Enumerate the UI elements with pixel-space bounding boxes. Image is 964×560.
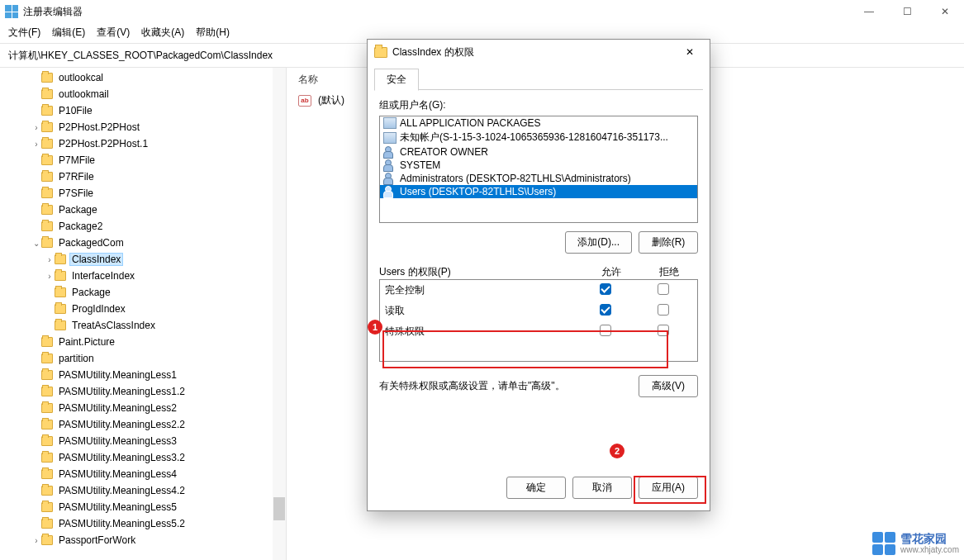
tree-item[interactable]: PASMUtility.MeaningLess1 — [5, 367, 286, 383]
tree-item[interactable]: PASMUtility.MeaningLess3 — [5, 433, 286, 449]
tree-item-label: PASMUtility.MeaningLess4.2 — [56, 484, 188, 497]
folder-icon — [55, 304, 66, 314]
tree-item[interactable]: Package — [5, 202, 286, 218]
menu-file[interactable]: 文件(F) — [8, 26, 40, 40]
folder-icon — [41, 486, 53, 496]
chevron-icon[interactable]: › — [31, 140, 41, 149]
folder-icon — [41, 89, 53, 99]
users-list[interactable]: ALL APPLICATION PACKAGES未知帐户(S-1-15-3-10… — [379, 116, 698, 223]
permission-row: 读取 — [380, 301, 697, 321]
user-list-item[interactable]: ALL APPLICATION PACKAGES — [380, 116, 697, 130]
tree-item-label: PASMUtility.MeaningLess3 — [56, 434, 179, 448]
user-list-item[interactable]: Users (DESKTOP-82TLHLS\Users) — [380, 185, 697, 198]
tree-item[interactable]: TreatAsClassIndex — [5, 317, 286, 334]
folder-icon — [41, 106, 53, 116]
tree-item[interactable]: partition — [5, 350, 286, 367]
menu-help[interactable]: 帮助(H) — [196, 26, 230, 40]
tree-item[interactable]: PASMUtility.MeaningLess5.2 — [5, 515, 286, 532]
tree-pane[interactable]: outlookcaloutlookmailP10File›P2PHost.P2P… — [0, 68, 287, 560]
tree-item[interactable]: ›InterfaceIndex — [5, 268, 286, 284]
tree-item[interactable]: P7RFile — [5, 168, 286, 185]
address-text: 计算机\HKEY_CLASSES_ROOT\PackagedCom\ClassI… — [8, 50, 273, 61]
advanced-button[interactable]: 高级(V) — [639, 375, 698, 397]
folder-icon — [41, 519, 53, 529]
folder-icon — [41, 387, 53, 396]
chevron-icon[interactable]: › — [31, 123, 41, 132]
tree-item[interactable]: outlookmail — [5, 86, 286, 102]
dialog-close-button[interactable]: ✕ — [673, 46, 706, 58]
cancel-button[interactable]: 取消 — [572, 477, 632, 499]
allow-checkbox[interactable] — [600, 283, 611, 295]
tree-item[interactable]: PASMUtility.MeaningLess3.2 — [5, 449, 286, 466]
user-list-item[interactable]: SYSTEM — [380, 159, 697, 172]
app-icon — [5, 5, 18, 18]
chevron-icon[interactable]: › — [45, 255, 55, 264]
tree-item[interactable]: ⌄PackagedCom — [5, 235, 286, 251]
folder-icon — [41, 436, 53, 446]
tab-security[interactable]: 安全 — [374, 69, 419, 91]
annotation-2: 2 — [610, 444, 624, 458]
tree-item-label: Package2 — [56, 220, 105, 233]
user-list-item[interactable]: CREATOR OWNER — [380, 145, 697, 159]
folder-icon — [41, 73, 53, 83]
tree-item[interactable]: P7SFile — [5, 185, 286, 202]
chevron-icon[interactable]: › — [45, 272, 55, 281]
tree-item-label: PASMUtility.MeaningLess2.2 — [56, 418, 188, 431]
tree-item[interactable]: ›PassportForWork — [5, 532, 286, 548]
package-icon — [383, 117, 397, 129]
tree-item[interactable]: PASMUtility.MeaningLess1.2 — [5, 383, 286, 400]
tree-item-label: PASMUtility.MeaningLess5.2 — [56, 517, 188, 530]
tree-item[interactable]: ›P2PHost.P2PHost.1 — [5, 135, 286, 152]
watermark: 雪花家园 www.xhjaty.com — [872, 532, 959, 555]
tree-item[interactable]: Package2 — [5, 218, 286, 235]
deny-checkbox[interactable] — [658, 304, 669, 316]
tree-item[interactable]: PASMUtility.MeaningLess2 — [5, 400, 286, 416]
scrollbar[interactable] — [273, 68, 286, 560]
tree-item[interactable]: ›ClassIndex — [5, 251, 286, 268]
tree-item-label: partition — [56, 352, 97, 365]
menu-view[interactable]: 查看(V) — [97, 26, 130, 40]
tree-item[interactable]: PASMUtility.MeaningLess4.2 — [5, 482, 286, 499]
user-icon — [383, 173, 397, 184]
folder-icon — [41, 502, 53, 512]
remove-button[interactable]: 删除(R) — [639, 231, 698, 254]
deny-checkbox[interactable] — [658, 283, 669, 295]
tree-item[interactable]: PASMUtility.MeaningLess4 — [5, 466, 286, 482]
allow-checkbox[interactable] — [600, 304, 611, 316]
tree-item-label: Package — [56, 203, 100, 216]
watermark-name: 雪花家园 — [900, 533, 959, 545]
window-title: 注册表编辑器 — [23, 5, 83, 19]
tree-item[interactable]: PASMUtility.MeaningLess2.2 — [5, 416, 286, 433]
tree-item[interactable]: P7MFile — [5, 152, 286, 168]
tree-item[interactable]: P10File — [5, 102, 286, 119]
menu-favorites[interactable]: 收藏夹(A) — [141, 26, 184, 40]
ok-button[interactable]: 确定 — [506, 477, 566, 499]
maximize-button[interactable]: ☐ — [888, 0, 926, 23]
user-label: ALL APPLICATION PACKAGES — [400, 117, 541, 129]
tree-item-label: outlookcal — [56, 71, 106, 84]
tree-item[interactable]: ProgIdIndex — [5, 301, 286, 317]
tree-item[interactable]: PASMUtility.MeaningLess5 — [5, 499, 286, 515]
user-list-item[interactable]: 未知帐户(S-1-15-3-1024-1065365936-1281604716… — [380, 130, 697, 145]
add-button[interactable]: 添加(D)... — [565, 231, 632, 254]
tree-item-label: PASMUtility.MeaningLess2 — [56, 401, 179, 415]
chevron-icon[interactable]: ⌄ — [31, 239, 41, 248]
close-button[interactable]: ✕ — [926, 0, 964, 23]
tree-item[interactable]: ›P2PHost.P2PHost — [5, 119, 286, 135]
value-name: (默认) — [318, 93, 344, 107]
folder-icon — [41, 535, 53, 545]
group-or-users-label: 组或用户名(G): — [379, 98, 698, 112]
minimize-button[interactable]: — — [850, 0, 888, 23]
watermark-url: www.xhjaty.com — [900, 545, 959, 554]
folder-icon — [55, 254, 66, 264]
chevron-icon[interactable]: › — [31, 536, 41, 545]
user-list-item[interactable]: Administrators (DESKTOP-82TLHLS\Administ… — [380, 172, 697, 185]
tree-item[interactable]: Package — [5, 284, 286, 301]
menu-edit[interactable]: 编辑(E) — [52, 26, 85, 40]
folder-icon — [41, 238, 53, 248]
tree-item[interactable]: outlookcal — [5, 69, 286, 86]
tree-item-label: P7MFile — [56, 154, 97, 167]
tree-item-label: PASMUtility.MeaningLess3.2 — [56, 451, 188, 464]
tree-item[interactable]: Paint.Picture — [5, 334, 286, 350]
scroll-thumb[interactable] — [273, 497, 285, 520]
